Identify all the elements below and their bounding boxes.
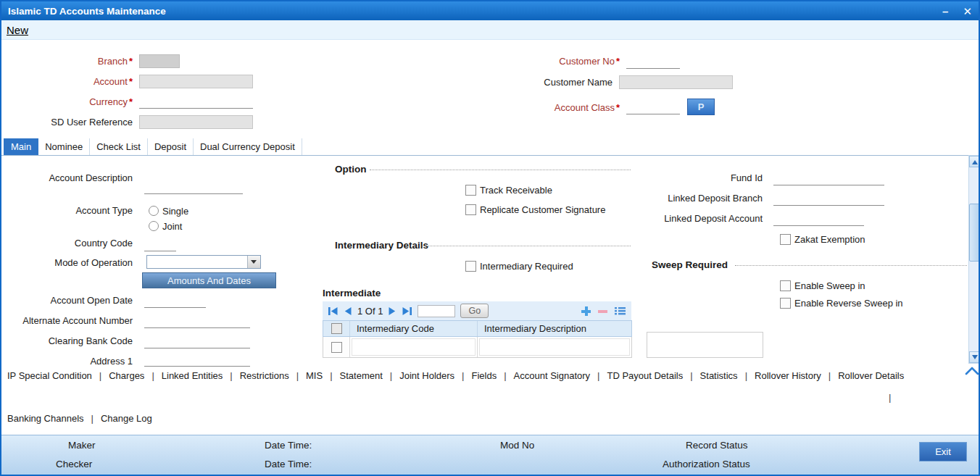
tab-check-list[interactable]: Check List — [90, 138, 148, 155]
fund-id-input[interactable] — [773, 173, 884, 185]
account-description-input[interactable] — [144, 182, 243, 194]
linked-deposit-branch-input[interactable] — [773, 193, 884, 206]
joint-radio[interactable] — [149, 221, 159, 231]
intermediary-code-cell-input[interactable] — [352, 338, 476, 356]
intermediate-grid: Intermediary Code Intermediary Descripti… — [323, 320, 632, 358]
go-button[interactable]: Go — [460, 304, 489, 318]
link-account-signatory[interactable]: Account Signatory — [514, 370, 607, 381]
address-1-input[interactable] — [144, 354, 250, 367]
replicate-customer-signature-checkbox[interactable] — [465, 204, 476, 215]
fund-id-label: Fund Id — [647, 172, 763, 184]
sweep-required-section-title: Sweep Required — [652, 259, 728, 270]
section-divider — [422, 246, 631, 246]
link-mis[interactable]: MIS — [306, 370, 340, 381]
tab-dual-currency-deposit[interactable]: Dual Currency Deposit — [194, 138, 302, 155]
alternate-account-number-input[interactable] — [144, 316, 250, 328]
link-fields[interactable]: Fields — [471, 370, 513, 381]
branch-label: Branch* — [17, 56, 133, 67]
minimize-button[interactable]: – — [942, 6, 948, 17]
bottom-links-row1: IP Special Condition Charges Linked Enti… — [7, 370, 961, 381]
delete-row-icon[interactable] — [597, 306, 608, 317]
row-select-checkbox[interactable] — [331, 342, 342, 353]
link-rollover-history[interactable]: Rollover History — [755, 370, 838, 381]
enable-sweep-in-option[interactable]: Enable Sweep in — [780, 280, 865, 291]
intermediary-details-section-title: Intermediary Details — [335, 240, 428, 251]
exit-button[interactable]: Exit — [919, 442, 967, 462]
link-ip-special-condition[interactable]: IP Special Condition — [7, 370, 109, 381]
country-code-label: Country Code — [17, 238, 133, 249]
link-joint-holders[interactable]: Joint Holders — [399, 370, 471, 381]
track-receivable-checkbox[interactable] — [465, 185, 476, 196]
intermediate-section-title: Intermediate — [323, 288, 381, 298]
linked-deposit-branch-label: Linked Deposit Branch — [647, 193, 763, 204]
account-class-input[interactable] — [626, 102, 680, 114]
select-all-checkbox[interactable] — [331, 323, 342, 334]
account-type-single-option[interactable]: Single — [149, 205, 188, 217]
account-open-date-input[interactable] — [144, 296, 206, 308]
currency-input[interactable] — [139, 96, 253, 109]
tab-deposit[interactable]: Deposit — [148, 138, 194, 155]
close-button[interactable]: ✕ — [963, 6, 972, 17]
track-receivable-option[interactable]: Track Receivable — [465, 184, 552, 196]
required-marker: * — [616, 56, 620, 67]
link-statistics[interactable]: Statistics — [700, 370, 755, 381]
intermediary-required-label: Intermediary Required — [480, 261, 573, 272]
country-code-input[interactable] — [144, 239, 176, 251]
last-page-icon[interactable] — [402, 306, 412, 316]
account-type-joint-option[interactable]: Joint — [149, 220, 182, 232]
new-button[interactable]: New — [7, 24, 28, 36]
single-radio[interactable] — [149, 206, 159, 216]
currency-label: Currency* — [17, 96, 133, 108]
replicate-customer-signature-option[interactable]: Replicate Customer Signature — [465, 204, 605, 215]
zakat-exemption-label: Zakat Exemption — [794, 234, 865, 245]
enable-reverse-sweep-in-checkbox[interactable] — [780, 298, 791, 309]
linked-deposit-account-input[interactable] — [773, 214, 864, 226]
tab-nominee[interactable]: Nominee — [38, 138, 90, 155]
link-rollover-details[interactable]: Rollover Details — [838, 370, 904, 381]
link-banking-channels[interactable]: Banking Channels — [7, 413, 101, 424]
zakat-exemption-option[interactable]: Zakat Exemption — [780, 233, 865, 245]
scrollbar-thumb[interactable] — [969, 204, 980, 262]
link-change-log[interactable]: Change Log — [101, 413, 152, 424]
intermediary-description-cell-input[interactable] — [479, 338, 630, 356]
link-restrictions[interactable]: Restrictions — [240, 370, 306, 381]
alternate-account-number-label: Alternate Account Number — [17, 315, 133, 327]
required-marker: * — [129, 96, 133, 107]
section-divider — [735, 265, 967, 266]
clearing-bank-code-input[interactable] — [144, 336, 250, 348]
next-page-icon[interactable] — [388, 306, 396, 316]
add-row-icon[interactable] — [581, 306, 591, 317]
scroll-up-button[interactable] — [969, 156, 980, 167]
address-1-label: Address 1 — [17, 356, 133, 367]
link-td-payout-details[interactable]: TD Payout Details — [607, 370, 699, 381]
intermediate-grid-toolbar: 1 Of 1 Go — [323, 301, 631, 320]
previous-page-icon[interactable] — [344, 306, 352, 316]
maker-label: Maker — [68, 440, 96, 451]
zakat-exemption-checkbox[interactable] — [780, 234, 791, 245]
mod-no-label: Mod No — [500, 440, 534, 451]
checker-label: Checker — [56, 459, 92, 469]
link-charges[interactable]: Charges — [109, 370, 162, 381]
tab-main[interactable]: Main — [4, 138, 38, 155]
enable-sweep-in-checkbox[interactable] — [780, 280, 791, 291]
mode-of-operation-select[interactable] — [146, 255, 261, 269]
customer-no-input[interactable] — [626, 57, 680, 69]
single-view-icon[interactable] — [614, 306, 626, 316]
collapse-up-icon[interactable] — [964, 366, 980, 378]
page-number-input[interactable] — [418, 305, 455, 317]
link-statement[interactable]: Statement — [340, 370, 400, 381]
account-class-lov-button[interactable]: P — [687, 99, 715, 115]
enable-reverse-sweep-in-option[interactable]: Enable Reverse Sweep in — [780, 297, 903, 309]
first-page-icon[interactable] — [328, 306, 339, 316]
vertical-scrollbar[interactable] — [968, 155, 980, 364]
link-linked-entities[interactable]: Linked Entities — [162, 370, 240, 381]
intermediary-required-option[interactable]: Intermediary Required — [465, 260, 573, 272]
sd-user-reference-input — [139, 115, 253, 129]
record-status-label: Record Status — [686, 440, 748, 451]
amounts-and-dates-button[interactable]: Amounts And Dates — [142, 272, 276, 288]
intermediary-required-checkbox[interactable] — [465, 261, 476, 272]
scroll-down-button[interactable] — [969, 351, 980, 363]
account-open-date-label: Account Open Date — [17, 295, 133, 306]
enable-reverse-sweep-in-label: Enable Reverse Sweep in — [794, 298, 903, 309]
menubar: New — [1, 20, 979, 40]
